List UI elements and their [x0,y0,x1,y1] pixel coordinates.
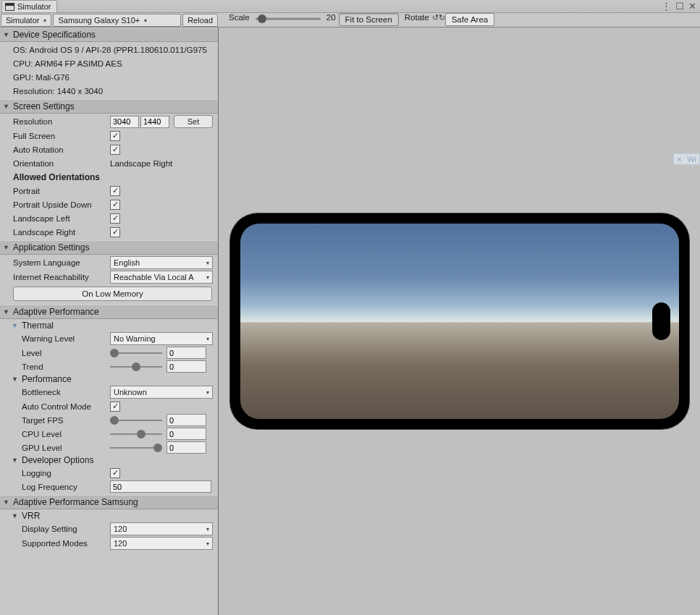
log-frequency-input[interactable] [110,480,211,493]
logging-label: Logging [22,469,110,478]
gpu-level-input[interactable] [166,441,206,454]
resolution-height-input[interactable] [140,116,169,128]
gpu-level-slider[interactable] [110,442,162,454]
simulator-viewport: Wi [219,27,700,615]
scale-label: Scale [226,13,253,27]
maximize-icon[interactable]: ☐ [675,1,684,12]
orientation-value: Landscape Right [110,159,172,168]
target-fps-label: Target FPS [22,416,110,425]
target-fps-input[interactable] [166,414,206,426]
thermal-subsection[interactable]: ▼Thermal [0,320,218,331]
warning-level-dropdown[interactable]: No Warning [110,332,213,345]
device-camera-notch [652,302,670,340]
thermal-level-input[interactable] [166,347,206,359]
simulator-mode-dropdown[interactable]: Simulator [1,14,51,27]
rotate-label: Rotate [402,13,432,27]
context-menu-icon[interactable]: ⋮ [662,1,671,12]
simulator-window: Simulator ⋮ ☐ ✕ Simulator Samsung Galaxy… [0,0,700,615]
log-frequency-label: Log Frequency [22,483,110,491]
viewport-toolbar: Scale 20 Fit to Screen Rotate ↺ ↻ Safe A… [219,13,700,27]
reload-button[interactable]: Reload [182,14,218,27]
rotate-ccw-icon[interactable]: ↺ [432,13,439,27]
portrait-upside-checkbox[interactable] [110,200,120,210]
landscape-right-checkbox[interactable] [110,227,120,237]
section-device-specs[interactable]: ▼Device Specifications [0,27,218,42]
supported-modes-dropdown[interactable]: 120 [110,537,213,550]
bottleneck-dropdown[interactable]: Unknown [110,386,213,399]
safe-area-button[interactable]: Safe Area [445,13,495,26]
section-adaptive-samsung[interactable]: ▼Adaptive Performance Samsung [0,495,218,509]
performance-subsection[interactable]: ▼Performance [0,373,218,385]
developer-options-subsection[interactable]: ▼Developer Options [0,454,218,466]
scale-slider[interactable] [256,13,321,25]
system-language-label: System Language [13,258,110,267]
window-titlebar: Simulator ⋮ ☐ ✕ [0,0,700,13]
target-fps-slider[interactable] [110,415,162,426]
portrait-upside-label: Portrait Upside Down [13,200,110,209]
landscape-left-label: Landscape Left [13,214,110,223]
device-screen [240,224,679,419]
window-title: Simulator [17,2,51,11]
window-tab-simulator[interactable]: Simulator [1,0,57,12]
device-resolution: Resolution: 1440 x 3040 [13,87,103,96]
supported-modes-label: Supported Modes [22,539,110,548]
left-toolbar: Simulator Samsung Galaxy S10+ Reload [0,13,219,27]
logging-checkbox[interactable] [110,468,120,478]
cpu-level-slider[interactable] [110,428,162,440]
auto-rotation-checkbox[interactable] [110,145,120,155]
system-language-dropdown[interactable]: English [110,256,213,269]
thermal-level-slider[interactable] [110,347,162,359]
scale-value: 20 [324,13,339,27]
auto-control-mode-checkbox[interactable] [110,402,120,412]
portrait-label: Portrait [13,187,110,195]
gpu-level-label: GPU Level [22,444,110,452]
close-icon[interactable]: ✕ [688,1,696,12]
display-setting-label: Display Setting [22,525,110,533]
device-canvas[interactable]: Wi [219,27,700,615]
resolution-width-input[interactable] [110,116,139,128]
inspector-panel: ▼Device Specifications OS: Android OS 9 … [0,27,219,615]
window-icon [5,3,14,11]
section-application-settings[interactable]: ▼Application Settings [0,240,218,255]
fullscreen-label: Full Screen [13,132,110,140]
section-adaptive-performance[interactable]: ▼Adaptive Performance [0,305,218,319]
set-resolution-button[interactable]: Set [174,115,213,128]
thermal-level-label: Level [22,349,110,357]
thermal-trend-label: Trend [22,362,110,371]
orientation-label: Orientation [13,159,110,168]
vrr-subsection[interactable]: ▼VRR [0,510,218,522]
thermal-trend-input[interactable] [166,360,206,373]
auto-rotation-label: Auto Rotation [13,145,110,154]
cpu-level-input[interactable] [166,428,206,440]
section-screen-settings[interactable]: ▼Screen Settings [0,99,218,114]
thermal-trend-slider[interactable] [110,361,162,373]
resolution-label: Resolution [13,117,110,126]
auto-control-mode-label: Auto Control Mode [22,402,110,411]
on-low-memory-button[interactable]: On Low Memory [13,287,212,301]
internet-reachability-label: Internet Reachability [13,273,110,281]
warning-level-label: Warning Level [22,334,110,343]
internet-reachability-dropdown[interactable]: Reachable Via Local A [110,271,213,284]
device-frame [230,213,689,429]
device-os: OS: Android OS 9 / API-28 (PPR1.180610.0… [13,46,207,54]
device-cpu: CPU: ARM64 FP ASIMD AES [13,59,122,68]
fullscreen-checkbox[interactable] [110,131,120,141]
bottleneck-label: Bottleneck [22,388,110,396]
device-gpu: GPU: Mali-G76 [13,73,69,82]
device-dropdown[interactable]: Samsung Galaxy S10+ [53,14,181,27]
allowed-orientations-header: Allowed Orientations [13,172,100,182]
display-setting-dropdown[interactable]: 120 [110,522,213,535]
landscape-left-checkbox[interactable] [110,213,120,224]
portrait-checkbox[interactable] [110,186,120,196]
fit-to-screen-button[interactable]: Fit to Screen [339,13,399,26]
cpu-level-label: CPU Level [22,430,110,438]
ghost-overlay[interactable]: Wi [673,153,700,165]
landscape-right-label: Landscape Right [13,228,110,237]
rotate-cw-icon[interactable]: ↻ [439,13,445,27]
